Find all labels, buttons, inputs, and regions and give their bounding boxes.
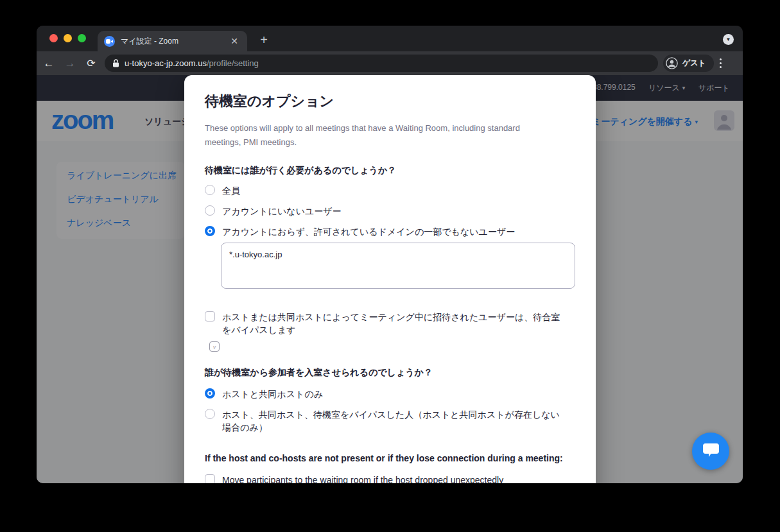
guest-avatar-icon: [666, 57, 678, 69]
radio-option-users-not-in-account[interactable]: アカウントにいないユーザー: [205, 205, 575, 218]
close-window-button[interactable]: [49, 34, 58, 42]
browser-window: マイ設定 - Zoom ✕ + ▼ ← → ⟳ u-tokyo-ac-jp.zo…: [37, 26, 743, 483]
waiting-room-options-dialog: 待機室のオプション These options will apply to al…: [184, 75, 596, 483]
question-host-not-present: If the host and co-hosts are not present…: [205, 452, 575, 465]
minimize-window-button[interactable]: [64, 34, 72, 42]
dialog-title: 待機室のオプション: [205, 92, 575, 111]
tab-title: マイ設定 - Zoom: [121, 36, 228, 47]
question-who-goes-to-waiting-room: 待機室には誰が行く必要があるのでしょうか？: [205, 164, 575, 176]
guest-profile-button[interactable]: ゲスト: [663, 55, 714, 72]
url-host: u-tokyo-ac-jp.zoom.us: [125, 58, 207, 68]
guest-label: ゲスト: [682, 58, 706, 69]
browser-toolbar: ← → ⟳ u-tokyo-ac-jp.zoom.us/profile/sett…: [37, 51, 743, 75]
live-chat-button[interactable]: [692, 433, 729, 470]
page-viewport: 88.799.0125 リソース▾ サポート zoom ソリューショ ミーティン…: [37, 75, 743, 483]
forward-button: →: [61, 55, 79, 73]
back-button[interactable]: ←: [40, 55, 58, 73]
radio-option-host-cohosts-only[interactable]: ホストと共同ホストのみ: [205, 388, 575, 400]
question-who-can-admit: 誰が待機室から参加者を入室させられるのでしょうか？: [205, 366, 575, 379]
fullscreen-window-button[interactable]: [78, 34, 86, 42]
radio-icon[interactable]: [205, 205, 215, 216]
chevron-down-icon: ▼: [726, 37, 731, 42]
chat-bubble-icon: [702, 442, 720, 461]
new-tab-button[interactable]: +: [255, 31, 273, 49]
radio-icon[interactable]: [205, 409, 215, 419]
dialog-description: These options will apply to all meetings…: [205, 121, 551, 150]
tab-search-button[interactable]: ▼: [723, 34, 734, 45]
checkbox-bypass-invited-users[interactable]: ホストまたは共同ホストによってミーティング中に招待されたユーザーは、待合室をバイ…: [205, 311, 575, 336]
allowed-domains-input[interactable]: *.u-tokyo.ac.jp: [221, 243, 575, 289]
checkbox-icon[interactable]: [205, 311, 215, 322]
checkbox-move-participants[interactable]: Move participants to the waiting room if…: [205, 474, 575, 483]
radio-icon[interactable]: [205, 388, 215, 399]
browser-menu-button[interactable]: [720, 58, 722, 68]
browser-tab[interactable]: マイ設定 - Zoom ✕: [98, 31, 247, 51]
radio-option-users-not-in-account-or-domain[interactable]: アカウントにおらず、許可されているドメインの一部でもないユーザー: [205, 225, 575, 238]
zoom-favicon-icon: [104, 36, 115, 47]
lock-icon[interactable]: [112, 59, 119, 67]
url-text: u-tokyo-ac-jp.zoom.us/profile/setting: [125, 58, 259, 68]
radio-icon[interactable]: [205, 226, 215, 236]
checkbox-icon[interactable]: [205, 474, 215, 483]
radio-icon[interactable]: [205, 185, 215, 195]
address-bar[interactable]: u-tokyo-ac-jp.zoom.us/profile/setting: [105, 55, 658, 72]
close-tab-icon[interactable]: ✕: [228, 35, 241, 47]
radio-option-host-cohosts-bypass[interactable]: ホスト、共同ホスト、待機室をバイパスした人（ホストと共同ホストが存在しない場合の…: [205, 408, 575, 434]
tab-strip: マイ設定 - Zoom ✕ + ▼: [37, 26, 743, 51]
reload-button[interactable]: ⟳: [82, 55, 100, 73]
url-path: /profile/setting: [207, 58, 259, 68]
radio-option-everyone[interactable]: 全員: [205, 184, 575, 197]
broken-image-icon: v: [209, 341, 220, 352]
